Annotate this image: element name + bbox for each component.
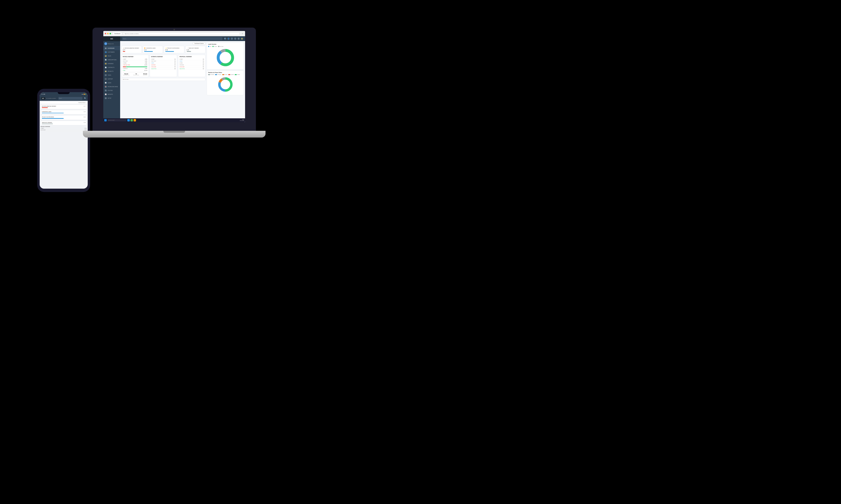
sidebar-item-contracts[interactable]: 📄 CONTRACTS — [103, 66, 120, 69]
sidebar-item-setup[interactable]: ⚙ SETUP — [103, 96, 120, 100]
stat-card-leads[interactable]: 🔀 CONVERTED LEADS 1 / 2 — [143, 46, 163, 53]
sidebar-item-subscriptions[interactable]: 🔄 SUBSCRIPTIONS — [103, 58, 120, 62]
legend-customer: Customer — [212, 46, 217, 47]
sidebar-item-sales[interactable]: 💰 SALES — [103, 54, 120, 58]
project-donut-container — [208, 76, 242, 93]
leads-chart-title: Leads Overview — [208, 44, 242, 45]
project-stats-title: Statistics by Project Status — [208, 72, 242, 73]
stat-bar-leads — [144, 51, 153, 52]
sidebar-item-kb[interactable]: 📚 KNOWLEDGE BASE — [103, 85, 120, 89]
proposal-item-revised: 0 REVISED 0% — [179, 64, 204, 66]
invoice-card-icon: 📋 — [123, 47, 124, 49]
stat-card-tasks[interactable]: ✓ TASKS NOT FINISHED 1 / 4 — [185, 46, 206, 53]
dashboard-header: Dashboard Options — [121, 42, 205, 45]
topbar-settings-icon[interactable]: ⚙ — [237, 37, 240, 40]
sidebar-item-projects[interactable]: 📁 PROJECTS — [103, 69, 120, 73]
leads-donut-chart — [216, 48, 235, 67]
browser-menu-icon[interactable]: ☰ — [241, 33, 244, 34]
expenses-icon: 💳 — [105, 62, 107, 65]
invoice-value-draft: 0.00% — [145, 59, 147, 60]
topbar-user-icon[interactable]: 👤 — [227, 37, 230, 40]
proposal-value-declined: 0% — [203, 67, 204, 68]
proposal-value-revised: 0% — [203, 65, 204, 66]
todo-label: My To Do Items — [123, 79, 128, 80]
taskbar-app-1[interactable] — [127, 119, 130, 122]
topbar-refresh-icon[interactable]: ↻ — [234, 37, 237, 40]
invoice-label-draft: 0 DRAFT — [123, 59, 126, 60]
sidebar-label-reports: REPORTS — [108, 94, 113, 95]
cancelled-label: Cancelled — [231, 74, 234, 75]
estimate-overview-card[interactable]: ESTIMATE OVERVIEW 0 DRAFT 0% 0 NOT SENT … — [150, 55, 177, 77]
taskbar-search[interactable]: Type here to search — [107, 119, 127, 122]
main-area: Search... 🔍 👤 ↗ ↻ ⚙ 🔔 — [120, 36, 245, 122]
sidebar-item-leads[interactable]: 📊 LEADS — [103, 81, 120, 85]
clock-date: 20-12-2020 — [240, 120, 244, 121]
stat-card-count-tasks: 1 / 4 — [187, 49, 204, 51]
taskbar-windows-icon[interactable] — [104, 119, 107, 122]
search-bar[interactable]: Search... — [122, 37, 223, 40]
customer-label: Customer — [214, 46, 217, 47]
utilities-icon: 🔧 — [105, 90, 107, 91]
support-icon: 🎧 — [105, 78, 107, 80]
sidebar-item-support[interactable]: 🎧 SUPPORT — [103, 77, 120, 81]
phone-stat-card-leads[interactable]: CONVERTED LEADS 1 / 2 — [40, 110, 87, 115]
phone-stat-card-projects[interactable]: PROJECTS IN PROGRESS 3 / 6 — [40, 115, 87, 120]
phone-logo: UC — [41, 97, 45, 100]
phone-search[interactable]: Search... — [58, 97, 82, 100]
laptop-bezel: Dashboard https://crm.unicrafterz.com/ad… — [92, 28, 256, 131]
sales-icon: 💰 — [105, 55, 107, 57]
tasks-icon: ✓ — [105, 74, 107, 76]
topbar-search-icon[interactable]: 🔍 — [224, 37, 226, 40]
taskbar-app-2[interactable] — [131, 119, 133, 122]
topbar-bell-icon[interactable]: 🔔 — [241, 37, 243, 40]
taskbar-app-3[interactable] — [134, 119, 136, 122]
browser-chrome: Dashboard https://crm.unicrafterz.com/ad… — [103, 31, 245, 36]
phone-search-icon[interactable]: 🔍 — [84, 97, 86, 100]
topbar-share-icon[interactable]: ↗ — [231, 37, 233, 40]
estimate-label-sent: 0 SENT — [151, 62, 154, 64]
phone-stat-card-invoices[interactable]: INVOICES AWAITING PAYMENT 1 / 7 — [40, 104, 87, 109]
total-label: Total Invoices — [143, 75, 147, 76]
estimate-value-declined: 0% — [174, 67, 176, 68]
lead-dot — [208, 46, 209, 47]
invoice-overview-card[interactable]: INVOICE OVERVIEW 0 DRAFT 0.00% 0 NOT SEN… — [121, 55, 149, 77]
left-content: Dashboard Options 📋 INVOICES AWAITING PA… — [121, 42, 205, 121]
sidebar-item-reports[interactable]: 📈 REPORTS — [103, 92, 120, 96]
leads-chart-card[interactable]: Leads Overview Lead Customer — [207, 42, 244, 70]
sidebar-item-dashboard[interactable]: ⊞ DASHBOARD — [103, 46, 120, 50]
laptop-camera — [174, 29, 175, 30]
proposal-label-sent: 0 SENT — [179, 61, 183, 62]
stat-cards-row: 📋 INVOICES AWAITING PAYMENT 1 / 7 — [121, 46, 205, 53]
invoice-item-notsent: 0 NOT SENT 0.00% — [123, 60, 147, 62]
sidebar: UC U Welcome Uni ⊞ DASHBOARD 👥 CUSTOMERS — [103, 36, 120, 122]
phone-stat-card-tasks[interactable]: TASKS NOT FINISHED 1 / 4 — [40, 121, 87, 126]
invoice-overview-title: INVOICE OVERVIEW — [123, 56, 147, 57]
sidebar-item-tasks[interactable]: ✓ TASKS — [103, 73, 120, 77]
proposal-label-draft: 0 DRAFT — [179, 59, 183, 60]
browser-address-bar[interactable]: https://crm.unicrafterz.com/admin — [123, 33, 239, 35]
todo-items-bar: My To Do Items — [121, 78, 205, 81]
sidebar-label-kb: KNOWLEDGE BASE — [108, 86, 118, 87]
estimate-value-accepted: 0% — [174, 68, 176, 69]
stat-card-projects[interactable]: 📁 PROJECTS IN PROGRESS 3 / 6 — [164, 46, 184, 53]
sidebar-item-customers[interactable]: 👥 CUSTOMERS — [103, 50, 120, 54]
sidebar-label-utilities: UTILITIES — [108, 90, 113, 91]
sidebar-item-utilities[interactable]: 🔧 UTILITIES — [103, 89, 120, 92]
in-progress-dot — [215, 74, 217, 75]
stat-card-invoices[interactable]: 📋 INVOICES AWAITING PAYMENT 1 / 7 — [121, 46, 142, 53]
dashboard-options-button[interactable]: Dashboard Options — [193, 42, 205, 45]
phone-invoice-value-notsent: 0.00% — [84, 130, 87, 130]
browser-tab[interactable]: Dashboard — [113, 32, 122, 35]
legend-not-started: Not Started — [208, 74, 214, 75]
sidebar-item-expenses[interactable]: 💳 EXPENSES — [103, 62, 120, 66]
phone-stat-title-leads: CONVERTED LEADS — [42, 111, 51, 112]
phone-stat-bar-tasks — [42, 124, 53, 124]
subscriptions-icon: 🔄 — [105, 59, 107, 61]
main-laptop: Dashboard https://crm.unicrafterz.com/ad… — [92, 28, 261, 136]
proposal-item-draft: 0 DRAFT 0% — [179, 58, 204, 60]
sidebar-label-subscriptions: SUBSCRIPTIONS — [108, 59, 117, 60]
phone-dashboard-options[interactable]: Dashboard Options — [40, 102, 87, 104]
proposal-overview-card[interactable]: PROPOSAL OVERVIEW 0 DRAFT 0% 0 SENT 0% — [178, 55, 205, 77]
dashboard-icon: ⊞ — [105, 47, 107, 49]
project-stats-card[interactable]: Statistics by Project Status Not Started… — [207, 71, 244, 95]
